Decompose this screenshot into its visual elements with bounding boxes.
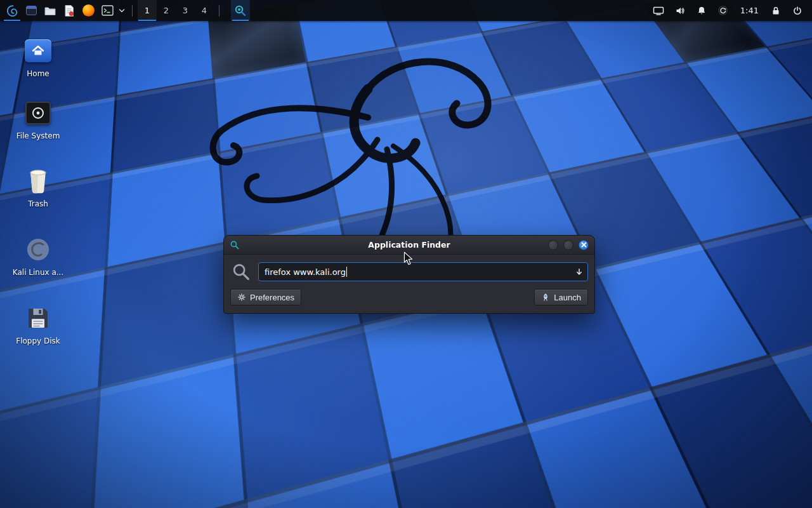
- desktop-icon-file-system[interactable]: File System: [8, 99, 69, 140]
- top-panel: 1 2 3 4: [0, 0, 812, 21]
- system-tray: 1:41: [653, 5, 809, 17]
- workspace-1[interactable]: 1: [138, 0, 157, 21]
- clock[interactable]: 1:41: [740, 6, 759, 15]
- panel-separator: [219, 5, 219, 17]
- desktop-icon-trash[interactable]: Trash: [8, 167, 69, 208]
- terminal-icon: [102, 5, 114, 16]
- workspace-1-label: 1: [145, 6, 150, 15]
- file-manager-icon: [44, 5, 56, 17]
- power-icon: [792, 6, 802, 16]
- desktop-icon-home[interactable]: Home: [8, 37, 69, 78]
- minimize-button[interactable]: [548, 240, 558, 250]
- window-title: Application Finder: [224, 240, 594, 250]
- workspace-3[interactable]: 3: [176, 0, 195, 21]
- launch-button[interactable]: Launch: [534, 289, 588, 305]
- desktop-icon-label: Floppy Disk: [16, 337, 60, 345]
- window-manager-launcher[interactable]: [22, 0, 41, 21]
- workspace-2-label: 2: [164, 6, 169, 15]
- floppy-disk-icon: [23, 304, 53, 332]
- lock-screen-button[interactable]: [770, 5, 782, 17]
- maximize-button[interactable]: [563, 240, 573, 250]
- search-icon: [232, 262, 251, 281]
- search-input-value: firefox www.kali.org: [265, 267, 346, 277]
- app-finder-icon: [234, 4, 247, 17]
- file-manager-launcher[interactable]: [41, 0, 60, 21]
- arrow-down-icon: [575, 268, 583, 276]
- logout-button[interactable]: [792, 5, 803, 17]
- close-icon: [581, 242, 587, 248]
- app-finder-button[interactable]: [231, 0, 250, 21]
- terminal-dropdown-button[interactable]: [117, 0, 127, 21]
- kali-menu-button[interactable]: [3, 0, 22, 21]
- search-input[interactable]: firefox www.kali.org: [258, 262, 588, 281]
- notifications-tray-button[interactable]: [696, 5, 707, 17]
- home-icon: [23, 37, 53, 65]
- desktop-icon-label: File System: [16, 131, 60, 140]
- firefox-launcher[interactable]: [79, 0, 98, 21]
- desktop-icon-kali-docs[interactable]: Kali Linux a...: [8, 236, 69, 277]
- text-editor-launcher[interactable]: [60, 0, 79, 21]
- desktop-icon-label: Trash: [28, 199, 48, 208]
- preferences-label: Preferences: [250, 293, 294, 302]
- text-editor-icon: [63, 4, 75, 17]
- desktop-icon-label: Kali Linux a...: [13, 268, 63, 277]
- update-tray-button[interactable]: [717, 5, 729, 17]
- workspace-3-label: 3: [183, 6, 188, 15]
- volume-tray-button[interactable]: [674, 5, 686, 17]
- trash-icon: [23, 167, 53, 195]
- file-system-icon: [23, 99, 53, 127]
- display-tray-button[interactable]: [653, 5, 664, 17]
- update-icon: [717, 5, 728, 16]
- window-icon: [26, 6, 37, 15]
- display-icon: [653, 6, 664, 16]
- kali-menu-icon: [5, 4, 19, 18]
- gear-icon: [237, 293, 246, 302]
- window-controls: [548, 240, 589, 250]
- application-finder-window: Application Finder firefox www.kali.org: [223, 235, 595, 314]
- workspace-2[interactable]: 2: [157, 0, 176, 21]
- launch-icon: [541, 293, 550, 302]
- desktop-icon-label: Home: [27, 69, 49, 78]
- workspace-4[interactable]: 4: [195, 0, 214, 21]
- terminal-launcher[interactable]: [98, 0, 117, 21]
- button-row: Preferences Launch: [224, 288, 594, 313]
- preferences-button[interactable]: Preferences: [230, 289, 301, 305]
- history-dropdown-button[interactable]: [575, 267, 584, 276]
- firefox-icon: [82, 4, 95, 17]
- volume-icon: [675, 6, 685, 16]
- launch-label: Launch: [554, 293, 581, 302]
- kali-docs-icon: [23, 236, 53, 264]
- workspace-4-label: 4: [202, 6, 207, 15]
- panel-separator: [132, 5, 133, 17]
- text-caret: [346, 267, 347, 277]
- mouse-cursor: [402, 251, 414, 265]
- notifications-icon: [697, 6, 707, 16]
- desktop-icon-floppy-disk[interactable]: Floppy Disk: [8, 304, 69, 345]
- close-button[interactable]: [579, 240, 589, 250]
- lock-icon: [771, 6, 781, 16]
- chevron-down-icon: [119, 8, 125, 13]
